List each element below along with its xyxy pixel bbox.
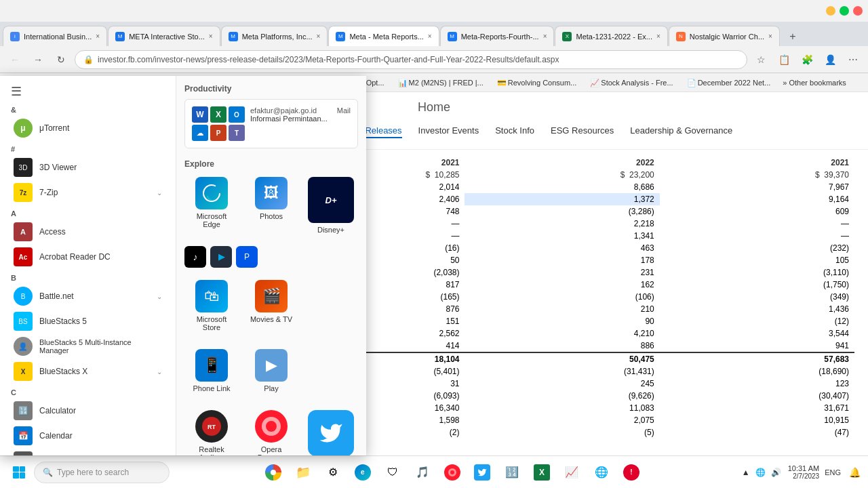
tab-3[interactable]: M Meta Platforms, Inc... × [221,26,328,46]
profile-button[interactable]: 👤 [821,50,840,69]
app-item-camera[interactable]: 📷 Camera [3,449,173,455]
app-item-battle[interactable]: B Battle.net ⌄ [3,284,173,308]
maximize-button[interactable] [840,6,849,16]
back-button[interactable]: ← [5,50,24,69]
data-cell: (3,110) [660,266,854,279]
app-photos[interactable]: 🖼 Photos [244,171,298,239]
taskbar-app-antivirus2[interactable]: ! [618,459,645,486]
taskbar-app-chrome[interactable] [260,459,287,486]
tab-3-close[interactable]: × [317,33,321,40]
bluestacks-x-icon: X [14,362,33,381]
app-opera[interactable]: Opera Browser [244,405,298,455]
app-item-bluestacks-multi[interactable]: 👤 BlueStacks 5 Multi-Instance Manager [3,334,173,359]
close-button[interactable] [853,6,863,16]
app-item-utorrent[interactable]: μ μTorrent [3,116,173,140]
nav-investor-events[interactable]: Investor Events [418,123,479,138]
data-cell: 245 [465,378,659,390]
app-item-calendar[interactable]: 📅 Calendar [3,424,173,448]
minimize-button[interactable] [826,6,835,16]
app-realtek[interactable]: RT Realtek Audio... [184,405,239,455]
prime-other-icon[interactable]: P [236,246,258,268]
forward-button[interactable]: → [28,50,47,69]
tab-7[interactable]: N Nostalgic Warrior Ch... × [669,26,780,46]
tab-6[interactable]: X Meta-1231-2022 - Ex... × [555,26,667,46]
nav-stock-info[interactable]: Stock Info [495,123,534,138]
volume-icon[interactable]: 🔊 [770,466,783,479]
app-movies-tv[interactable]: 🎬 Movies & TV [244,274,298,337]
taskbar-app-antivirus[interactable]: 🛡 [379,459,406,486]
bookmark-6[interactable]: 💳 Revolving Consum... [492,75,583,90]
battle-label: Battle.net [39,291,74,301]
app-microsoft-edge[interactable]: Microsoft Edge [184,171,239,239]
tab-4[interactable]: M Meta - Meta Reports... × [328,26,439,46]
tiktok-icon[interactable]: ♪ [184,246,206,268]
app-ms-store[interactable]: 🛍 Microsoft Store [184,274,239,337]
bookmark-7[interactable]: 📈 Stock Analysis - Fre... [585,75,678,90]
taskbar-app-browser2[interactable] [439,459,466,486]
app-item-3d-viewer[interactable]: 3D 3D Viewer [3,155,173,180]
tab-2[interactable]: M META Interactive Sto... × [108,26,220,46]
app-item-bluestacks-x[interactable]: X BlueStacks X ⌄ [3,359,173,384]
tab-3-title: Meta Platforms, Inc... [242,33,313,41]
email-widget[interactable]: W X O ☁ P T efaktur@pajak.go.id Informas… [184,99,358,148]
address-bar[interactable]: 🔒 investor.fb.com/investor-news/press-re… [75,50,747,69]
taskbar-app-calc[interactable]: 🔢 [498,459,526,486]
taskbar-app-media[interactable]: 🎵 [409,459,436,486]
taskbar-app-msedge[interactable]: e [349,459,376,486]
tab-7-close[interactable]: × [768,33,772,40]
tab-6-close[interactable]: × [656,33,660,40]
time-display[interactable]: 10:31 AM 2/7/2023 [788,464,819,480]
tab-1[interactable]: i International Busin... × [3,26,107,46]
notification-icon[interactable]: 🔔 [846,464,863,481]
bookmark-8[interactable]: 📄 December 2022 Net... [682,75,776,90]
settings-more-button[interactable]: ⋯ [844,50,863,69]
bookmark-5[interactable]: 📊 M2 (M2NS) | FRED |... [393,75,489,90]
taskbar-app-settings[interactable]: ⚙ [319,459,347,486]
7zip-icon: 7z [14,183,33,202]
tab-5-close[interactable]: × [543,33,547,40]
app-item-access[interactable]: A Access [3,220,173,244]
data-cell-highlight: 1,372 [465,193,659,205]
app-play[interactable]: ▶ Play [244,344,298,398]
new-tab-button[interactable]: + [783,27,802,46]
tab-2-close[interactable]: × [209,33,213,40]
hamburger-menu-button[interactable]: ☰ [0,76,176,102]
extensions-button[interactable]: 🧩 [797,50,816,69]
tab-4-close[interactable]: × [428,33,432,40]
data-cell: — [660,230,854,242]
taskbar-search-box[interactable]: 🔍 Type here to search [34,462,170,483]
refresh-button[interactable]: ↻ [52,50,71,69]
taskbar-app-twitter[interactable] [469,459,496,486]
app-item-calculator[interactable]: 🔢 Calculator [3,399,173,423]
taskbar-app-excel[interactable]: X [528,459,555,486]
taskbar-app-file-explorer[interactable]: 📁 [290,459,317,486]
b-section-header: B [0,270,176,283]
app-twitter[interactable]: Twitter [304,405,358,455]
7zip-label: 7-Zip [39,188,58,197]
app-disney-plus[interactable]: D+ Disney+ [304,171,358,239]
network-icon[interactable]: 🌐 [754,466,767,479]
tab-5[interactable]: M Meta-Reports-Fourth-... × [440,26,555,46]
bluestacks-multi-icon: 👤 [14,337,33,356]
app-phone-link[interactable]: 📱 Phone Link [184,344,239,398]
taskbar-app-stockanalysis[interactable]: 📈 [558,459,585,486]
app-item-bluestacks[interactable]: BS BlueStacks 5 [3,309,173,333]
battle-expand-arrow: ⌄ [157,293,162,300]
3d-viewer-label: 3D Viewer [39,163,77,172]
data-cell: $ 39,370 [660,169,854,181]
taskbar-app-other[interactable]: 🌐 [588,459,615,486]
prime-video-icon[interactable]: ▶ [210,246,232,268]
settings-icon: ⚙ [325,464,341,481]
language-indicator[interactable]: ENG [825,468,841,476]
favorites-button[interactable]: ☆ [751,50,770,69]
nav-leadership[interactable]: Leadership & Governance [630,123,732,138]
start-button[interactable] [5,459,33,486]
excel-taskbar-icon: X [534,464,550,481]
arrow-up-icon[interactable]: ▲ [741,466,751,479]
app-item-7zip[interactable]: 7z 7-Zip ⌄ [3,180,173,205]
nav-esg-resources[interactable]: ESG Resources [551,123,614,138]
bookmarks-more[interactable]: » Other bookmarks [778,79,850,87]
tab-1-close[interactable]: × [96,33,100,40]
collections-button[interactable]: 📋 [774,50,793,69]
app-item-acrobat[interactable]: Ac Acrobat Reader DC [3,245,173,269]
